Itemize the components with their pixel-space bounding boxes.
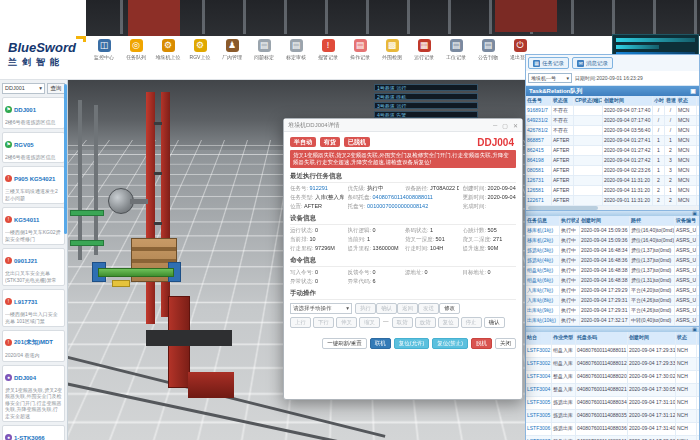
column-header[interactable]: 托盘条码 — [576, 332, 628, 344]
column-header[interactable]: 作业类型 — [552, 332, 576, 344]
table-row[interactable]: LSTF3006拣选出库040807600114088036 2020-09-0… — [526, 423, 699, 436]
table-row[interactable]: 组盘站(5站)执行中2020-09-04 16:48:38 货位(1,37)to… — [526, 266, 699, 276]
maximize-icon[interactable]: ▢ — [502, 122, 508, 129]
menu-item[interactable]: ◎ 任务队列 — [120, 39, 152, 60]
column-header[interactable]: 执行状态 — [560, 216, 580, 225]
column-header[interactable]: 任务信息 — [526, 216, 560, 225]
alert-card[interactable]: ⚑RGV05 2楼6号巷道拣选区信息 — [2, 132, 65, 164]
table-row[interactable]: 组盘站(6站)执行中2020-09-04 16:48:38 货位(1,31)to… — [526, 276, 699, 286]
table-row[interactable]: 出库站(10站)执行中2020-09-04 17:32:17 中转(0,40)t… — [526, 316, 699, 326]
column-header[interactable]: 创建时间 — [580, 216, 630, 225]
panel-tab[interactable]: ▦ 任务记录 — [528, 57, 569, 69]
alert-card[interactable]: !KG54011 一楼西侧1号叉车KG02货架安全维修门 — [2, 207, 65, 245]
search-button[interactable]: 查询 — [47, 83, 65, 94]
manual-op-button[interactable]: 发送 — [418, 303, 439, 314]
column-header[interactable]: 任务号 — [526, 96, 552, 105]
column-header[interactable]: 状态 — [677, 96, 697, 105]
column-header[interactable]: 设备编号 — [675, 216, 697, 225]
table-row[interactable]: 拣选站(4站)执行中2020-09-04 16:48:36 货位(1,37)to… — [526, 256, 699, 266]
column-header[interactable]: 路径 — [630, 216, 675, 225]
crane-filter-select[interactable]: 堆垛机一号 ▾ — [528, 73, 572, 83]
table-row[interactable]: LSTF3004整盘入库040807600114088021 2020-09-0… — [526, 384, 699, 397]
column-header[interactable]: CP状态(端口) — [574, 96, 603, 105]
table-row[interactable]: 122671AFTER 2020-09-01 11:31:2022 MCN — [526, 196, 699, 206]
jog-button[interactable]: — — [382, 317, 390, 328]
footer-button[interactable]: 联机 — [370, 338, 391, 349]
column-header[interactable]: 状态 — [676, 332, 697, 344]
table-row[interactable]: LSTF3002组盘入库040807600114088012 2020-09-0… — [526, 358, 699, 371]
jog-button[interactable]: 停止 — [461, 317, 482, 328]
table-row[interactable]: 426781/2不存在 2020-09-04 03:56:40// MCN — [526, 126, 699, 136]
horizontal-scrollbar[interactable] — [526, 206, 699, 210]
jog-button[interactable]: 确认 — [484, 317, 505, 328]
close-icon[interactable]: ✕ — [513, 122, 518, 129]
manual-op-select[interactable]: 请选择手动操作 ▾ — [290, 303, 352, 314]
alert-card[interactable]: !P905 KG54021 三楼叉车码垛通道发生2起小问题 — [2, 166, 65, 204]
jog-button[interactable]: 伸叉 — [336, 317, 357, 328]
menu-item[interactable]: ! 报警记录 — [312, 39, 344, 60]
alert-card[interactable]: !L917731 一楼西侧1号出入口安全光幕 101区域门禁 — [2, 289, 65, 327]
table-row[interactable]: 126731AFTER 2020-09-04 11:31:2022 MCN — [526, 176, 699, 186]
manual-op-button[interactable]: 返回 — [397, 303, 418, 314]
device-filter-select[interactable]: DDJ001 ▾ — [2, 83, 45, 94]
manual-op-button[interactable]: 修改 — [439, 303, 460, 314]
table-row[interactable]: 864198AFTER 2020-09-04 01:27:4213 MCN — [526, 156, 699, 166]
table-row[interactable]: LSTF3004整盘入库040807600114088020 2020-09-0… — [526, 371, 699, 384]
alert-card[interactable]: !0901J21 北出口叉车安全光幕(STK307光电光栅)异常 — [2, 248, 65, 286]
menu-item[interactable]: ▩ 外围检测 — [376, 39, 408, 60]
menu-item[interactable]: ▤ 工位记录 — [440, 39, 472, 60]
jog-button[interactable]: 上行 — [290, 317, 311, 328]
table-row[interactable]: LSTF3002组盘入库040807600114088011 2020-09-0… — [526, 345, 699, 358]
jog-button[interactable]: 取货 — [392, 317, 413, 328]
menu-item[interactable]: ▤ 问题标定 — [248, 39, 280, 60]
table-row[interactable]: 拣选站(3站)执行中2020-09-04 16:48:34 货位(1,37)to… — [526, 246, 699, 256]
table-row[interactable]: 868857AFTER 2020-09-04 01:27:4111 MCN — [526, 136, 699, 146]
collapse-icon[interactable]: ▣ — [690, 86, 696, 96]
column-header[interactable]: 巷道 — [665, 96, 677, 105]
table-row[interactable]: 移库机(2站)执行中2020-09-04 15:09:36 货位(16,40)t… — [526, 236, 699, 246]
menu-item[interactable]: ◫ 监控中心 — [88, 39, 120, 60]
footer-button[interactable]: 复位(允许) — [394, 338, 430, 349]
alert-card[interactable]: ●DDJ004 货叉1变频器失联,货叉2变频器失联,外围安全门及检修安全门开门,… — [2, 365, 65, 423]
footer-button[interactable]: 复位(禁止) — [432, 338, 468, 349]
table-row[interactable]: 916891/7不存在 2020-09-04 07:17:40// MCN — [526, 106, 699, 116]
menu-item[interactable]: ⚙ RGV上位 — [184, 39, 216, 60]
menu-item[interactable]: ▤ 操作记录 — [344, 39, 376, 60]
menu-item[interactable]: ⚙ 堆垛机上位 — [152, 39, 184, 60]
footer-button[interactable]: 脱机 — [471, 338, 492, 349]
column-header[interactable]: 状态值 — [552, 96, 574, 105]
table-row[interactable]: LSTF3005拣选出库040807600114088034 2020-09-0… — [526, 397, 699, 410]
alert-card[interactable]: ⚑DDJ001 2楼6号巷道拣选区信息 — [2, 97, 65, 129]
jog-button[interactable]: 放货 — [415, 317, 436, 328]
jog-button[interactable]: 缩叉 — [359, 317, 380, 328]
table-row[interactable]: 出库站(9站)执行中2020-09-04 17:29:31 平台(4,26)to… — [526, 306, 699, 316]
table-row[interactable]: 入库站(8站)执行中2020-09-04 17:29:31 平台(4,26)to… — [526, 296, 699, 306]
column-header[interactable]: 创建时间 — [603, 96, 653, 105]
panel-tab[interactable]: ✉ 消息记录 — [572, 57, 613, 69]
column-header[interactable]: 站台 — [526, 332, 552, 344]
table-row[interactable]: 862415AFTER 2020-09-04 01:27:4212 MCN — [526, 146, 699, 156]
table-row[interactable]: 126581AFTER 2020-09-04 11:31:2021 MCN — [526, 186, 699, 196]
minimize-icon[interactable]: ─ — [493, 122, 497, 128]
table-row[interactable]: 移库机(1站)执行中2020-09-04 15:09:36 货位(16,40)t… — [526, 226, 699, 236]
manual-op-button[interactable]: 确认 — [376, 303, 397, 314]
column-header[interactable]: 小时 — [653, 96, 665, 105]
table-row[interactable]: LSTF3005拣选出库040807600114088035 2020-09-0… — [526, 410, 699, 423]
alert-card[interactable]: !201(未知)MDT 2020/04 巷道内 — [2, 330, 65, 362]
alert-card[interactable]: ●1-STK3066 伺服数控28 10 — [2, 425, 65, 440]
table-row[interactable]: 080581AFTER 2020-09-04 02:23:2613 MCN — [526, 166, 699, 176]
table-row[interactable]: 入库站(7站)执行中2020-09-04 17:29:29 平台(4,20)to… — [526, 286, 699, 296]
footer-button[interactable]: 关闭 — [495, 338, 516, 349]
menu-item[interactable]: ▤ 标定审核 — [280, 39, 312, 60]
menu-item[interactable]: ▦ 运行记录 — [408, 39, 440, 60]
sidebar-scrollbar[interactable] — [64, 84, 67, 234]
menu-item[interactable]: ▤ 公告刊物 — [472, 39, 504, 60]
footer-button[interactable]: 一键刷新/重置 — [322, 338, 367, 349]
table-row[interactable]: 649231/2不存在 2020-09-04 07:17:40// MCN — [526, 116, 699, 126]
column-header[interactable]: 创建时间 — [628, 332, 676, 344]
jog-button[interactable]: 复位 — [438, 317, 459, 328]
menu-item[interactable]: ♟ 厂内管理 — [216, 39, 248, 60]
manual-op-button[interactable]: 执行 — [355, 303, 376, 314]
jog-button[interactable]: 下行 — [313, 317, 334, 328]
table-row[interactable]: LSTF3007整盘出库040807600114088041 2020-09-0… — [526, 436, 699, 440]
